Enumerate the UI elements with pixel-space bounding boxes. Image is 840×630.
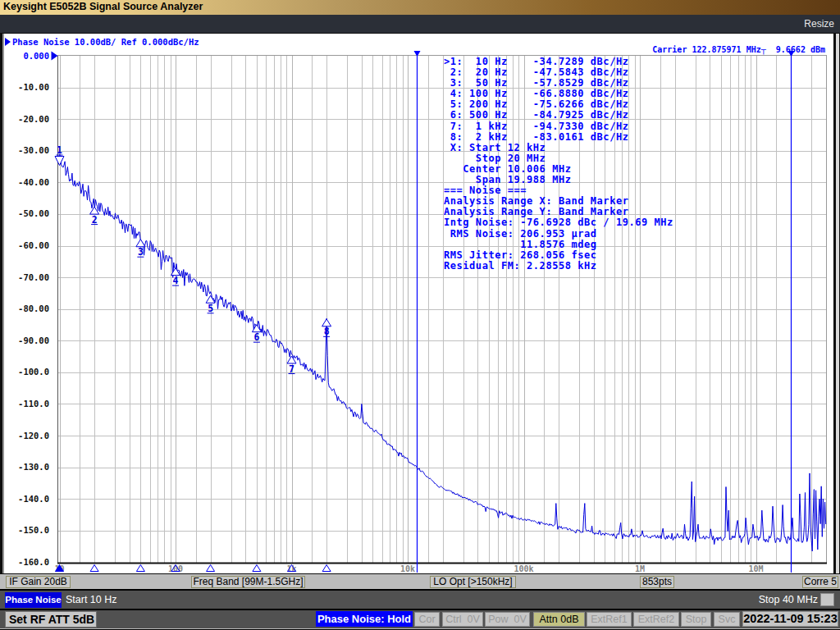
sweep-start-label: Start 10 Hz	[66, 593, 117, 607]
sweep-stop-label: Stop 40 MHz	[759, 593, 818, 607]
y-axis-label: -130.0	[18, 462, 49, 472]
x-axis-label: 100k	[514, 564, 533, 573]
x-axis-label: 10M	[748, 564, 763, 573]
y-axis-label: -110.0	[18, 399, 49, 409]
x-axis-label: 10k	[400, 564, 415, 573]
phase-noise-chart: 0.000-10.00-20.00-30.00-40.00-50.00-60.0…	[0, 0, 840, 574]
datetime-display: 2022-11-09 15:23	[742, 611, 838, 627]
readout-line: X: Start 12 kHz	[444, 143, 673, 153]
y-axis-label: -20.00	[18, 114, 49, 124]
trace-title-arrow-icon	[5, 38, 11, 46]
ref-level-arrow-icon	[52, 52, 58, 61]
y-axis-label: -120.0	[18, 431, 49, 441]
marker-axis-triangle[interactable]	[90, 565, 98, 572]
marker-axis-triangle[interactable]	[322, 565, 331, 572]
status-button-extref2[interactable]: ExtRef2	[633, 612, 679, 627]
status-button-extref1[interactable]: ExtRef1	[587, 612, 632, 627]
y-axis-label: -150.0	[18, 525, 49, 535]
y-axis-label: -70.00	[18, 272, 49, 282]
trace-title: Phase Noise 10.00dB/ Ref 0.000dBc/Hz	[12, 37, 199, 47]
status-bar-instrument: Set RF ATT 5dB Phase Noise: Hold CorCtrl…	[0, 610, 840, 628]
marker-triangle[interactable]	[55, 157, 64, 166]
tab-phase-noise[interactable]: Phase Noise	[5, 592, 62, 608]
status-bar-measurement: IF Gain 20dB Freq Band [99M-1.5GHz] LO O…	[0, 574, 840, 589]
marker-label[interactable]: 5	[208, 303, 213, 314]
phase-noise-trace	[60, 154, 826, 551]
marker-label[interactable]: 8	[324, 326, 330, 337]
y-axis-label: -40.00	[18, 177, 49, 187]
marker-label[interactable]: 7	[289, 363, 294, 375]
status-button-pow[interactable]: Pow 0V	[485, 612, 530, 627]
y-axis-label: -10.00	[18, 82, 49, 92]
readout-line: RMS Jitter: 268.056 fsec	[444, 250, 673, 261]
marker-axis-triangle[interactable]	[253, 565, 261, 572]
marker-label[interactable]: 6	[253, 331, 259, 343]
readout-line: 11.8576 mdeg	[444, 240, 673, 250]
carrier-frequency: Carrier 122.875971 MHz	[652, 45, 760, 54]
readout-line: Residual FM: 2.28558 kHz	[444, 261, 673, 272]
marker-readout: >1: 10 Hz -34.7289 dBc/Hz 2: 20 Hz -47.5…	[444, 57, 673, 272]
readout-line: 8: 2 kHz -83.0161 dBc/Hz	[444, 132, 673, 143]
status-button-stop[interactable]: Stop	[681, 612, 711, 627]
carrier-power: 9.6662 dBm	[766, 45, 825, 54]
status-button-svc[interactable]: Svc	[714, 612, 740, 627]
sweep-status-box	[820, 593, 834, 606]
freq-band-indicator: Freq Band [99M-1.5GHz]	[191, 576, 305, 588]
status-button-attn[interactable]: Attn 0dB	[533, 612, 585, 627]
status-bar-sweep: Phase Noise Start 10 Hz Stop 40 MHz	[0, 591, 840, 609]
trigger-hold-indicator: Phase Noise: Hold	[316, 611, 413, 627]
y-axis-label: -90.00	[18, 336, 49, 345]
if-gain-indicator: IF Gain 20dB	[6, 576, 71, 588]
y-axis-label: -60.00	[18, 240, 49, 250]
status-button-ctrl[interactable]: Ctrl 0V	[442, 612, 483, 627]
x-axis-label: 1k	[286, 564, 296, 573]
correction-indicator: Corre 5	[802, 576, 838, 588]
instrument-message: Set RF ATT 5dB	[5, 611, 97, 628]
x-axis-label: 100	[168, 564, 183, 573]
y-axis-label: -80.00	[18, 304, 49, 313]
carrier-readout: Carrier 122.875971 MHz┬ 9.6662 dBm	[652, 45, 825, 54]
lo-opt-indicator: LO Opt [>150kHz]	[430, 576, 516, 588]
readout-line: Stop 20 MHz	[444, 153, 673, 164]
readout-line: 6: 500 Hz -84.7925 dBc/Hz	[444, 110, 673, 121]
y-axis-label: -160.0	[18, 557, 49, 567]
readout-line: RMS Noise: 206.953 µrad	[444, 229, 673, 240]
marker-axis-triangle[interactable]	[207, 565, 215, 572]
marker-label[interactable]: 2	[92, 214, 98, 226]
marker-label[interactable]: 3	[138, 246, 144, 258]
points-indicator: 853pts	[640, 576, 674, 588]
y-axis-label: -50.00	[18, 208, 49, 218]
screen: Keysight E5052B Signal Source Analyzer R…	[0, 0, 840, 630]
readout-line: Intg Noise: -76.6928 dBc / 19.69 MHz	[444, 217, 673, 228]
x-axis-label: 1M	[635, 564, 645, 573]
marker-axis-triangle[interactable]	[136, 565, 144, 572]
y-axis-label: -30.00	[18, 145, 49, 155]
y-axis-label: -100.0	[18, 367, 49, 377]
y-axis-label: 0.000	[23, 51, 49, 61]
marker-label[interactable]: 1	[57, 144, 62, 156]
readout-line: 7: 1 kHz -94.7330 dBc/Hz	[444, 121, 673, 132]
marker-label[interactable]: 4	[173, 275, 179, 286]
status-button-cor[interactable]: Cor	[414, 612, 440, 627]
y-axis-label: -140.0	[18, 494, 49, 504]
